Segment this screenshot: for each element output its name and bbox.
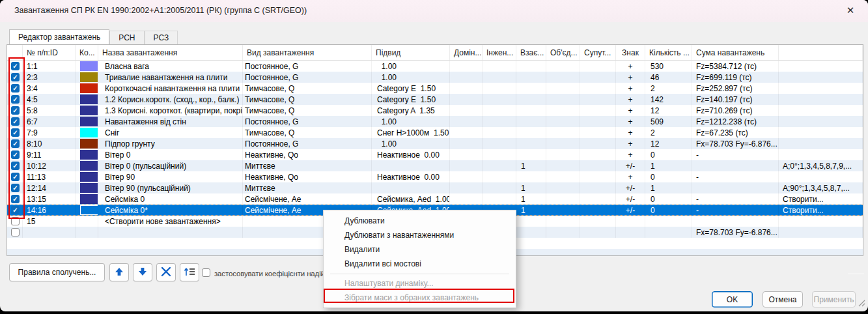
- column-header-num[interactable]: № п/п:ID: [23, 45, 76, 60]
- color-swatch[interactable]: [80, 61, 98, 71]
- row-checkbox[interactable]: ✓: [11, 139, 20, 148]
- safety-factors-checkbox[interactable]: [202, 268, 210, 277]
- table-row[interactable]: ✓5:81.3 Корисні. короткот. (квартири, по…: [7, 105, 863, 116]
- header-select-column[interactable]: [7, 45, 23, 60]
- tab-рсн[interactable]: РСН: [109, 31, 144, 44]
- menu-item[interactable]: Видалити: [324, 242, 516, 257]
- column-header-suma[interactable]: Сума навантажень: [692, 45, 779, 60]
- row-checkbox[interactable]: ✓: [11, 117, 20, 126]
- delete-load-button[interactable]: [156, 263, 176, 281]
- cell-name: Вітер 0: [98, 149, 243, 160]
- table-row[interactable]: ✓2:3Тривалие навантаження на плитиПостоя…: [7, 72, 863, 83]
- color-swatch[interactable]: [80, 139, 98, 149]
- column-header-domin[interactable]: Домін...: [450, 45, 483, 60]
- color-swatch[interactable]: [80, 106, 98, 115]
- color-swatch[interactable]: [80, 161, 98, 171]
- column-header-vyd[interactable]: Вид завантаження: [243, 45, 372, 60]
- tab-editor[interactable]: Редактор завантажень: [9, 29, 109, 44]
- cell-domin: [450, 116, 483, 127]
- cell-suma: Fz=140.197 (тс): [692, 94, 779, 105]
- cell-suma: [692, 216, 779, 227]
- cell-qty: 509: [645, 116, 692, 127]
- table-row[interactable]: ✓3:4Короткочасні навантаження на плитиТи…: [7, 83, 863, 94]
- menu-item[interactable]: Видалити всі мостові: [324, 257, 516, 271]
- row-checkbox[interactable]: ✓: [11, 195, 20, 203]
- color-swatch[interactable]: [80, 72, 98, 82]
- numbered-list-icon: [183, 266, 196, 279]
- table-row[interactable]: ✓8:10Підпор грунтуПостоянное, G 1.00+12F…: [7, 138, 863, 149]
- row-checkbox[interactable]: ✓: [11, 150, 20, 159]
- column-header-swatch[interactable]: Ко...: [76, 45, 98, 60]
- row-checkbox[interactable]: ✓: [11, 162, 20, 170]
- cancel-button[interactable]: Отмена: [763, 291, 803, 307]
- select-cell: ✓: [7, 182, 23, 193]
- move-down-button[interactable]: [133, 263, 152, 281]
- select-cell: ✓: [7, 72, 23, 83]
- row-checkbox[interactable]: ✓: [11, 106, 20, 115]
- color-cell: [76, 216, 98, 227]
- column-header-pidvyd[interactable]: Підвид: [372, 45, 450, 60]
- apply-button[interactable]: Применить: [812, 291, 856, 307]
- menu-item[interactable]: Зібрати маси з обраних завантажень: [324, 291, 516, 305]
- table-header-row: № п/п:IDКо...Назва завантаженняВид заван…: [7, 45, 863, 61]
- color-swatch[interactable]: [80, 117, 98, 126]
- cell-vzaem: 1: [516, 182, 546, 193]
- table-row[interactable]: ✓6:7Навантаження від стінПостоянное, G 1…: [7, 116, 863, 127]
- cell-extra: [779, 138, 863, 149]
- table-row[interactable]: ✓1:1Власна вагаПостоянное, G 1.00+530Fz=…: [7, 61, 863, 72]
- table-row[interactable]: ✓11:13Вітер 90Неактивне, QoНеактивное 0.…: [7, 171, 863, 182]
- color-swatch[interactable]: [80, 183, 98, 193]
- table-row[interactable]: ✓4:51.2 Корисн.коротк. (сход., кор., бал…: [7, 94, 863, 105]
- row-checkbox[interactable]: ✓: [11, 95, 20, 104]
- close-icon[interactable]: ✕: [843, 5, 858, 18]
- cell-num: 14:16: [23, 205, 76, 215]
- menu-item[interactable]: Дублювати з навантаженнями: [324, 228, 516, 242]
- column-header-name[interactable]: Назва завантаження: [98, 45, 243, 60]
- table-row[interactable]: ✓7:9СнігТимчасове, QСнег H>1000м 1.50+2F…: [7, 127, 863, 138]
- color-swatch[interactable]: [80, 83, 98, 93]
- table-row[interactable]: ✓13:15Сейсміка 0Сейсмічене, АеСейсмика, …: [7, 193, 863, 205]
- move-up-button[interactable]: [109, 263, 129, 281]
- row-checkbox[interactable]: [11, 217, 20, 225]
- renumber-button[interactable]: [180, 263, 199, 281]
- combination-rules-button[interactable]: Правила сполучень...: [9, 263, 105, 281]
- color-swatch[interactable]: [80, 172, 98, 182]
- cell-num: 12:14: [23, 182, 76, 193]
- menu-item[interactable]: Налаштувати динаміку...: [324, 276, 516, 291]
- column-header-suput[interactable]: Супут...: [580, 45, 616, 60]
- column-header-inzhen[interactable]: Інжен...: [483, 45, 516, 60]
- color-swatch[interactable]: [80, 150, 98, 160]
- column-header-znak[interactable]: Знак: [616, 45, 645, 60]
- row-checkbox[interactable]: ✓: [11, 62, 20, 70]
- table-row[interactable]: ✓12:14Вітер 90 (пульсаційний)Миттєве1+/-…: [7, 182, 863, 193]
- column-header-obyed[interactable]: Об'єд...: [546, 45, 580, 60]
- resize-grip-icon[interactable]: [858, 300, 865, 309]
- row-checkbox[interactable]: ✓: [11, 128, 20, 137]
- cell-obyed: [546, 171, 580, 182]
- cell-obyed: [546, 61, 580, 72]
- row-checkbox[interactable]: ✓: [11, 184, 20, 192]
- column-header-qty[interactable]: Кількість ...: [645, 45, 692, 60]
- column-header-extra[interactable]: [779, 45, 863, 60]
- cell-vzaem: [516, 127, 546, 138]
- color-swatch[interactable]: [80, 194, 98, 204]
- ok-button[interactable]: OK: [712, 291, 753, 307]
- color-swatch-empty[interactable]: [80, 205, 98, 215]
- cell-znak: +: [616, 94, 645, 105]
- color-swatch[interactable]: [80, 94, 98, 104]
- table-row[interactable]: ✓10:12Вітер 0 (пульсаційний)Миттєве1+/-1…: [7, 160, 863, 171]
- cell-obyed: [546, 227, 580, 238]
- cell-obyed: [546, 138, 580, 149]
- cell-extra: [779, 149, 863, 160]
- tab-рсз[interactable]: РСЗ: [145, 31, 178, 44]
- row-checkbox[interactable]: ✓: [11, 173, 20, 181]
- row-checkbox[interactable]: ✓: [11, 73, 20, 81]
- table-row[interactable]: ✓9:11Вітер 0Неактивне, QoНеактивное 0.00…: [7, 149, 863, 160]
- menu-item[interactable]: Дублювати: [324, 214, 516, 228]
- row-checkbox[interactable]: ✓: [11, 206, 20, 214]
- cell-vzaem: 1: [516, 193, 546, 205]
- column-header-vzaem[interactable]: Взає...: [516, 45, 546, 60]
- row-checkbox[interactable]: [11, 228, 20, 236]
- color-swatch[interactable]: [80, 128, 98, 137]
- row-checkbox[interactable]: ✓: [11, 84, 20, 93]
